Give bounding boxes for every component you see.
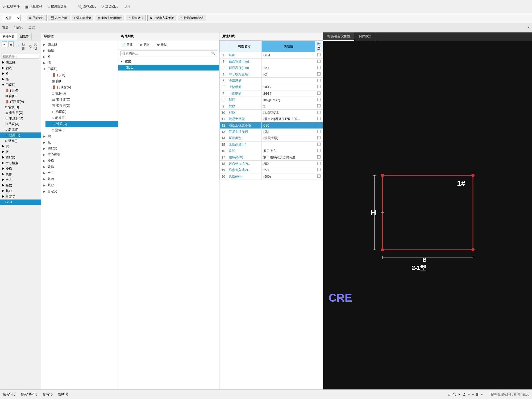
prop-value-9[interactable]: 2 xyxy=(261,103,315,110)
nav-板[interactable]: ▶ 板 xyxy=(41,139,118,146)
toolbar-batch-select[interactable]: ▣ 批量选择 xyxy=(25,4,42,9)
prop-add-14[interactable] xyxy=(315,135,323,142)
prop-name-10[interactable]: 材质 xyxy=(227,110,262,116)
floor-copy-btn[interactable]: ⧉ 层间复制 xyxy=(27,15,47,21)
icon-angle[interactable]: ∠ xyxy=(463,393,466,396)
canvas-tab-diagram[interactable]: 箍筋组合示意图 xyxy=(323,32,354,41)
prop-row-7[interactable]: 7下部纵筋2Φ14 xyxy=(220,90,323,97)
prop-row-17[interactable]: 17顶标高(m)洞口顶标高加过梁高度 xyxy=(220,154,323,161)
nav-凸窗X[interactable]: ⊓凸窗(X) xyxy=(45,109,118,115)
left-tree-自定义[interactable]: ▶ 自定义 xyxy=(0,194,41,200)
left-child-带形洞D[interactable]: ☑ 带形洞(D) xyxy=(0,116,41,121)
prop-add-10[interactable] xyxy=(315,110,323,116)
nav-空心楼盖[interactable]: ▶ 空心楼盖 xyxy=(41,152,118,158)
checkbox-2[interactable] xyxy=(317,60,321,63)
prop-value-6[interactable]: 2Φ12 xyxy=(261,84,315,90)
checkbox-6[interactable] xyxy=(317,85,321,88)
left-tree-土方[interactable]: ▶ 土方 xyxy=(0,177,41,183)
checkbox-8[interactable] xyxy=(317,98,321,101)
checkbox-4[interactable] xyxy=(317,72,321,76)
left-child-窗C[interactable]: ⊞ 窗(C) xyxy=(0,93,41,99)
component-save-btn[interactable]: 💾 构件存盘 xyxy=(48,15,69,21)
prop-add-6[interactable] xyxy=(315,84,323,90)
prop-row-13[interactable]: 13混凝土外加剂(无) xyxy=(220,129,323,135)
prop-name-2[interactable]: 截面宽度(mm) xyxy=(227,59,262,65)
prop-value-17[interactable]: 洞口顶标高加过梁高度 xyxy=(261,154,315,161)
nav-柱[interactable]: ▶ 柱 xyxy=(41,54,118,60)
prop-name-8[interactable]: 箍筋 xyxy=(227,97,262,103)
nav-土方[interactable]: ▶ 土方 xyxy=(41,170,118,176)
prop-row-9[interactable]: 9胶数2 xyxy=(220,103,323,110)
left-new-btn[interactable]: 📄 新建 xyxy=(15,41,27,52)
icon-plus[interactable]: + xyxy=(468,393,470,396)
prop-name-3[interactable]: 截面高度(mm) xyxy=(227,65,262,71)
nav-壁龛I[interactable]: □壁龛(I) xyxy=(45,127,118,133)
left-tree-门窗洞[interactable]: ▼ 门窗洞 xyxy=(0,82,41,88)
checkbox-19[interactable] xyxy=(317,168,321,171)
icon-x[interactable]: ✕ xyxy=(458,393,461,396)
prop-row-8[interactable]: 8箍筋Φ6@150(2) xyxy=(220,97,323,103)
prop-name-13[interactable]: 混凝土外加剂 xyxy=(227,129,262,135)
left-child-老虎窗[interactable]: ⌂ 老虎窗 xyxy=(0,127,41,132)
left-child-凸窗X[interactable]: ⊓ 凸窗(X) xyxy=(0,121,41,127)
checkbox-9[interactable] xyxy=(317,104,321,107)
nav-施工段[interactable]: ▶ 施工段 xyxy=(41,41,118,48)
prop-row-11[interactable]: 11混凝土类型(泵送砂(坍落度175~190... xyxy=(220,116,323,122)
prop-value-10[interactable]: 现浇混凝土 xyxy=(261,110,315,116)
prop-name-17[interactable]: 顶标高(m) xyxy=(227,154,262,161)
nav-基础[interactable]: ▶ 基础 xyxy=(41,176,118,182)
nav-墙洞D[interactable]: □墙洞(D) xyxy=(45,90,118,97)
toolbar-attr-select[interactable]: ≡ 按属性选择 xyxy=(48,4,67,9)
comp-delete-btn[interactable]: 🗑 删除 xyxy=(156,42,168,48)
left-tree-梁[interactable]: ▶ 梁 xyxy=(0,144,41,149)
prop-add-13[interactable] xyxy=(315,129,323,135)
nav-其它[interactable]: ▶ 其它 xyxy=(41,182,118,188)
prop-value-5[interactable] xyxy=(261,78,315,84)
checkbox-16[interactable] xyxy=(317,149,321,152)
left-copy-btn[interactable]: ⧉ 复制 xyxy=(28,41,39,52)
prop-value-4[interactable]: (0) xyxy=(261,71,315,78)
prop-value-13[interactable]: (无) xyxy=(261,129,315,135)
nav-带形洞D[interactable]: ☑带形洞(D) xyxy=(45,103,118,109)
prop-add-1[interactable] xyxy=(315,52,323,59)
prop-name-9[interactable]: 胶数 xyxy=(227,103,262,110)
checkbox-7[interactable] xyxy=(317,92,321,95)
prop-name-15[interactable]: 泵送高度(m) xyxy=(227,142,262,148)
left-tree-基础[interactable]: ▶ 基础 xyxy=(0,183,41,188)
prop-value-18[interactable]: 250 xyxy=(261,161,315,167)
checkbox-14[interactable] xyxy=(317,136,321,139)
checkbox-20[interactable] xyxy=(317,174,321,178)
floor-selector[interactable]: 首层 二层 三层 基础层 xyxy=(2,15,21,21)
prop-add-11[interactable] xyxy=(315,116,323,122)
prop-row-10[interactable]: 10材质现浇混凝土 xyxy=(220,110,323,116)
left-child-门联窗A[interactable]: 🚪 门联窗(A) xyxy=(0,99,41,105)
left-tree-板[interactable]: ▶ 板 xyxy=(0,149,41,155)
prop-add-2[interactable] xyxy=(315,59,323,65)
comp-group-过梁[interactable]: ▼ 过梁 xyxy=(118,59,219,65)
left-child-壁龛I[interactable]: □ 壁龛(I) xyxy=(0,138,41,144)
nav-门M[interactable]: 🚪门(M) xyxy=(45,72,118,78)
checkbox-15[interactable] xyxy=(317,143,321,146)
left-tree-空心楼盖[interactable]: ▶ 空心楼盖 xyxy=(0,160,41,166)
left-tree-其它[interactable]: ▶ 其它 xyxy=(0,188,41,194)
prop-add-3[interactable] xyxy=(315,65,323,71)
prop-value-2[interactable] xyxy=(261,59,315,65)
checkbox-10[interactable] xyxy=(317,111,321,114)
left-child-过梁G[interactable]: ▭ 过梁(G) xyxy=(0,132,41,138)
list-view-btn[interactable]: ≡ xyxy=(2,41,7,47)
checkbox-3[interactable] xyxy=(317,66,321,69)
checkbox-17[interactable] xyxy=(317,155,321,159)
batch-method-btn[interactable]: ≡ 批量自动套做法 xyxy=(178,15,206,21)
prop-add-8[interactable] xyxy=(315,97,323,103)
left-tree-柱[interactable]: ▶ 柱 xyxy=(0,71,41,77)
left-child-墙洞D[interactable]: □ 墙洞(D) xyxy=(0,105,41,110)
prop-value-15[interactable] xyxy=(261,142,315,148)
toolbar-filter[interactable]: ▽ 过滤图元 xyxy=(101,4,118,9)
prop-row-5[interactable]: 5全部纵筋 xyxy=(220,78,323,84)
prop-row-12[interactable]: 12混凝土强度等级C20 xyxy=(220,122,323,129)
add-prefix-btn[interactable]: T 添加前后缀 xyxy=(71,15,93,21)
prop-row-16[interactable]: 16位置洞口上方 xyxy=(220,148,323,154)
comp-copy-btn[interactable]: ⧉ 复制 xyxy=(139,42,151,48)
prop-add-15[interactable] xyxy=(315,142,323,148)
icon-square[interactable]: □ xyxy=(448,393,450,396)
